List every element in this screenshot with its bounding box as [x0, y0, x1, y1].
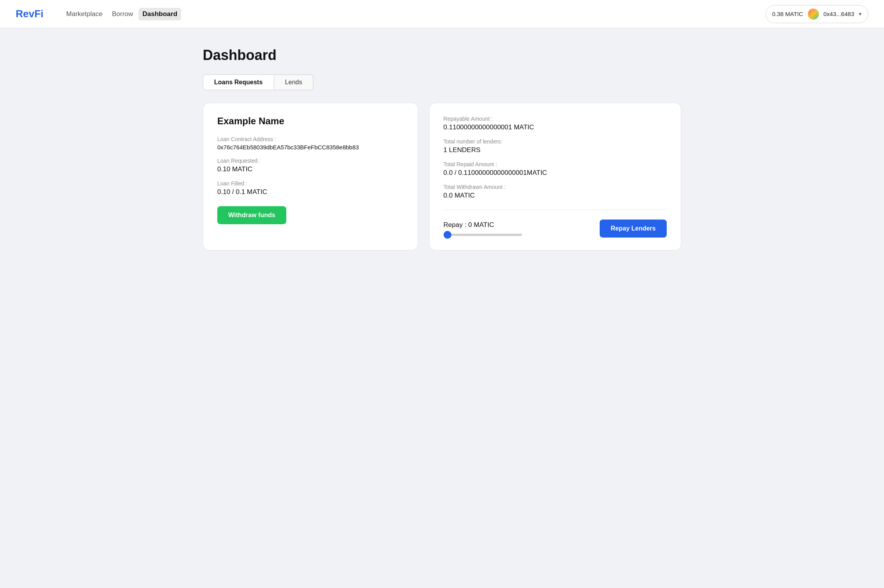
requested-value: 0.10 MATIC: [217, 165, 404, 173]
lenders-label: Total number of lenders:: [444, 138, 667, 145]
cards-row: Example Name Loan Contract Address : 0x7…: [203, 103, 681, 250]
loan-card-left: Example Name Loan Contract Address : 0x7…: [203, 103, 418, 250]
lenders-value: 1 LENDERS: [444, 146, 667, 154]
main-content: Dashboard Loans Requests Lends Example N…: [187, 28, 697, 269]
loan-card-right: Repayable Amount : 0.11000000000000001 M…: [429, 103, 681, 250]
page-title: Dashboard: [203, 47, 681, 64]
repayable-label: Repayable Amount :: [444, 116, 667, 122]
total-repaid-label: Total Repaid Amount :: [444, 161, 667, 167]
repayable-section: Repayable Amount : 0.11000000000000001 M…: [444, 116, 667, 138]
contract-label: Loan Contract Address :: [217, 136, 404, 142]
nav-borrow[interactable]: Borrow: [108, 8, 137, 20]
repay-lenders-button[interactable]: Repay Lenders: [600, 220, 667, 238]
nav-dashboard[interactable]: Dashboard: [138, 8, 181, 20]
repay-slider-thumb[interactable]: [444, 231, 451, 239]
loan-name: Example Name: [217, 116, 404, 127]
withdrawn-section: Total Withdrawn Amount : 0.0 MATIC: [444, 184, 667, 207]
repay-section: Repay : 0 MATIC: [444, 221, 591, 236]
repay-row: Repay : 0 MATIC Repay Lenders: [444, 220, 667, 238]
tab-lends[interactable]: Lends: [274, 74, 314, 90]
filled-label: Loan Filled :: [217, 180, 404, 187]
repay-label: Repay : 0 MATIC: [444, 221, 591, 229]
wallet-balance: 0.38 MATIC: [772, 11, 803, 17]
tab-loans-requests[interactable]: Loans Requests: [203, 74, 274, 90]
nav-marketplace[interactable]: Marketplace: [62, 8, 107, 20]
withdrawn-label: Total Withdrawn Amount :: [444, 184, 667, 190]
card-divider: [444, 210, 667, 210]
wallet-avatar-icon: [808, 9, 819, 20]
wallet-address: 0x43...6483: [824, 11, 854, 17]
total-repaid-section: Total Repaid Amount : 0.0 / 0.1100000000…: [444, 161, 667, 184]
repayable-value: 0.11000000000000001 MATIC: [444, 123, 667, 131]
tabs: Loans Requests Lends: [203, 74, 681, 90]
repay-slider-track: [444, 234, 522, 236]
main-nav: Marketplace Borrow Dashboard: [62, 8, 181, 20]
withdraw-funds-button[interactable]: Withdraw funds: [217, 206, 286, 224]
logo[interactable]: RevFi: [16, 8, 44, 20]
chevron-down-icon: ▾: [859, 11, 862, 17]
wallet-button[interactable]: 0.38 MATIC 0x43...6483 ▾: [766, 5, 868, 23]
withdrawn-value: 0.0 MATIC: [444, 192, 667, 200]
filled-value: 0.10 / 0.1 MATIC: [217, 188, 404, 196]
lenders-section: Total number of lenders: 1 LENDERS: [444, 138, 667, 161]
header: RevFi Marketplace Borrow Dashboard 0.38 …: [0, 0, 884, 28]
requested-label: Loan Requested :: [217, 158, 404, 164]
contract-value: 0x76c764Eb58039dbEA57bc33BFeFbCC8358e8bb…: [217, 144, 404, 151]
total-repaid-value: 0.0 / 0.11000000000000001MATIC: [444, 169, 667, 177]
